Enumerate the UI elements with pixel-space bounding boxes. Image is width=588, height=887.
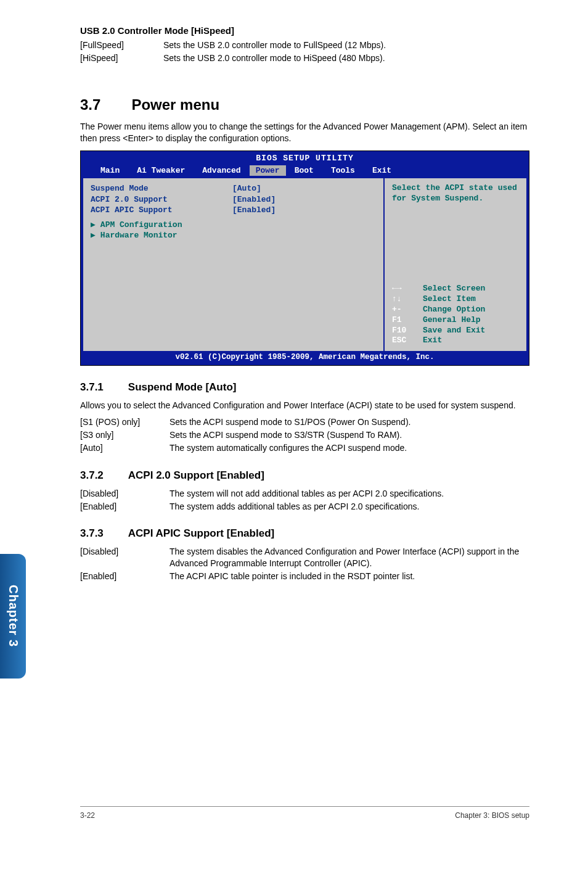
subsection-name: Suspend Mode [Auto] [128,381,237,393]
bios-key: F1 [392,315,423,326]
footer-right: Chapter 3: BIOS setup [455,811,529,820]
s373-row: [Disabled] The system disables the Advan… [80,546,529,569]
s371-intro: Allows you to select the Advanced Config… [80,400,529,411]
bios-key-desc: Select Screen [423,284,485,294]
s372-row: [Disabled] The system will not add addit… [80,488,529,500]
bios-setting-label: ACPI 2.0 Support [91,194,232,205]
usb-key-1: [HiSpeed] [80,52,163,64]
bios-screen: BIOS SETUP UTILITY Main Ai Tweaker Advan… [80,151,529,366]
bios-key-desc: Exit [423,336,442,346]
bios-menu-main[interactable]: Main [92,165,128,176]
bios-submenu-hwmonitor[interactable]: ▶Hardware Monitor [91,230,376,241]
s371-row: [S1 (POS) only] Sets the ACPI suspend mo… [80,416,529,428]
bios-key: F10 [392,326,423,336]
bios-setting-value: [Enabled] [232,194,276,205]
s372-val-0: The system will not add additional table… [169,488,529,500]
bios-key-desc: General Help [423,315,481,326]
usb-key-0: [FullSpeed] [80,39,163,51]
subsection-372-title: 3.7.2ACPI 2.0 Support [Enabled] [80,469,529,483]
usb-heading: USB 2.0 Controller Mode [HiSpeed] [80,25,529,37]
s371-row: [Auto] The system automatically configur… [80,442,529,454]
bios-key-desc: Change Option [423,305,485,315]
section-name: Power menu [131,96,219,113]
s373-row: [Enabled] The ACPI APIC table pointer is… [80,571,529,582]
usb-row: [HiSpeed] Sets the USB 2.0 controller mo… [80,52,529,64]
bios-title: BIOS SETUP UTILITY [81,151,529,164]
s373-key-0: [Disabled] [80,546,169,569]
bios-setting-row[interactable]: Suspend Mode [Auto] [91,183,376,194]
bios-menu-boot[interactable]: Boot [286,165,322,176]
page-footer: 3-22 Chapter 3: BIOS setup [80,806,529,820]
triangle-icon: ▶ [91,220,96,229]
section-intro: The Power menu items allow you to change… [80,121,529,144]
bios-key-legend: ←→Select Screen ↑↓Select Item +-Change O… [392,284,519,346]
bios-menu-power[interactable]: Power [250,165,286,176]
s371-key-0: [S1 (POS) only] [80,416,169,428]
s373-val-1: The ACPI APIC table pointer is included … [169,571,529,582]
usb-val-1: Sets the USB 2.0 controller mode to HiSp… [163,52,529,64]
s371-val-0: Sets the ACPI suspend mode to S1/POS (Po… [169,416,529,428]
s372-key-0: [Disabled] [80,488,169,500]
s372-key-1: [Enabled] [80,501,169,513]
bios-submenu-apm[interactable]: ▶APM Configuration [91,220,376,231]
bios-setting-label: ACPI APIC Support [91,205,232,216]
s371-row: [S3 only] Sets the ACPI suspend mode to … [80,429,529,441]
bios-key: ESC [392,336,423,346]
s372-val-1: The system adds additional tables as per… [169,501,529,513]
subsection-371-title: 3.7.1Suspend Mode [Auto] [80,381,529,395]
subsection-num: 3.7.2 [80,469,104,481]
bios-setting-value: [Auto] [232,183,261,194]
triangle-icon: ▶ [91,231,96,240]
s373-val-0: The system disables the Advanced Configu… [169,546,529,569]
bios-footer: v02.61 (C)Copyright 1985-2009, American … [81,351,529,365]
subsection-373-title: 3.7.3ACPI APIC Support [Enabled] [80,527,529,541]
s372-row: [Enabled] The system adds additional tab… [80,501,529,513]
s371-key-2: [Auto] [80,442,169,454]
s371-key-1: [S3 only] [80,429,169,441]
s371-val-1: Sets the ACPI suspend mode to S3/STR (Su… [169,429,529,441]
bios-menu-advanced[interactable]: Advanced [194,165,249,176]
bios-setting-row[interactable]: ACPI 2.0 Support [Enabled] [91,194,376,205]
bios-setting-value: [Enabled] [232,205,276,216]
section-title: 3.7Power menu [80,95,529,115]
bios-menu-aitweaker[interactable]: Ai Tweaker [128,165,194,176]
bios-left-pane: Suspend Mode [Auto] ACPI 2.0 Support [En… [83,178,385,351]
section-num: 3.7 [80,96,100,113]
subsection-num: 3.7.1 [80,381,104,393]
bios-menu: Main Ai Tweaker Advanced Power Boot Tool… [81,164,529,179]
bios-key-desc: Save and Exit [423,326,485,336]
usb-row: [FullSpeed] Sets the USB 2.0 controller … [80,39,529,51]
subsection-name: ACPI APIC Support [Enabled] [128,527,274,539]
bios-key: +- [392,305,423,315]
bios-help-text: Select the ACPI state used for System Su… [392,183,519,204]
bios-setting-row[interactable]: ACPI APIC Support [Enabled] [91,205,376,216]
bios-key-desc: Select Item [423,294,476,305]
bios-menu-tools[interactable]: Tools [322,165,364,176]
usb-val-0: Sets the USB 2.0 controller mode to Full… [163,39,529,51]
subsection-name: ACPI 2.0 Support [Enabled] [128,469,264,481]
s373-key-1: [Enabled] [80,571,169,582]
subsection-num: 3.7.3 [80,527,104,539]
bios-key: ↑↓ [392,294,423,305]
footer-left: 3-22 [80,811,95,820]
s371-val-2: The system automatically configures the … [169,442,529,454]
bios-right-pane: Select the ACPI state used for System Su… [385,178,526,351]
bios-key: ←→ [392,284,423,294]
bios-setting-label: Suspend Mode [91,183,232,194]
bios-menu-exit[interactable]: Exit [364,165,400,176]
